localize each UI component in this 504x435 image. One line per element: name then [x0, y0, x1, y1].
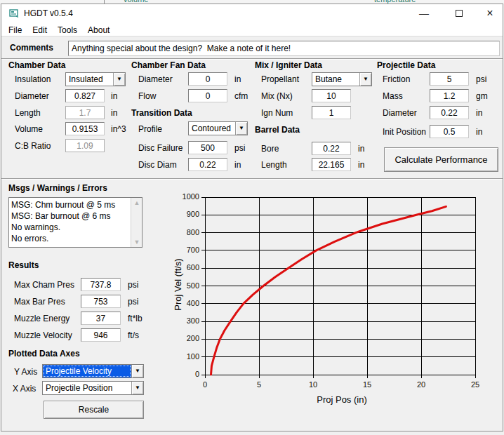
label-chamber-length: Length: [15, 108, 41, 118]
y-tick-label: 0: [171, 370, 199, 378]
chevron-down-icon: ▼: [117, 76, 122, 82]
window-title: HGDT v0.5.4: [24, 8, 73, 18]
comments-input[interactable]: [68, 41, 500, 56]
y-tick-label: 800: [171, 228, 199, 236]
x-tick-label: 20: [411, 380, 432, 389]
chevron-down-icon: ▼: [363, 76, 369, 82]
fan-diameter-input[interactable]: [188, 72, 227, 86]
unit-max-bar-pres: psi: [128, 297, 138, 307]
disc-diam-input[interactable]: [188, 158, 227, 171]
rescale-button[interactable]: Rescale: [44, 401, 144, 419]
y-axis-dropdown-button[interactable]: ▼: [131, 365, 143, 377]
maximize-button[interactable]: [456, 10, 463, 17]
label-x-axis: X Axis: [13, 384, 36, 394]
label-insulation: Insulation: [15, 74, 51, 84]
chevron-down-icon: ▼: [135, 385, 140, 391]
label-proj-diameter: Diameter: [383, 108, 417, 118]
divider: [1, 178, 503, 180]
insulation-dropdown-button[interactable]: ▼: [113, 73, 125, 86]
disc-failure-input[interactable]: [188, 141, 227, 154]
chamber-volume-input[interactable]: [65, 122, 105, 135]
unit-mass: gm: [476, 91, 488, 101]
chamber-diameter-input[interactable]: [65, 89, 105, 102]
messages-listbox[interactable]: MSG: Chm burnout @ 5 ms MSG: Bar burnout…: [8, 197, 142, 248]
insulation-select[interactable]: Insulated ▼: [65, 72, 126, 86]
unit-chamber-length: in: [111, 108, 117, 118]
comments-label: Comments: [10, 43, 53, 53]
y-axis-select[interactable]: Projectile Velocity ▼: [42, 364, 144, 378]
unit-max-cham-pres: psi: [128, 280, 138, 290]
profile-dropdown-button[interactable]: ▼: [235, 122, 247, 135]
label-mass: Mass: [383, 91, 403, 101]
mix-nx-input[interactable]: [312, 89, 351, 102]
calculate-performance-button[interactable]: Calculate Performance: [384, 147, 498, 172]
unit-fan-diameter: in: [234, 74, 241, 84]
y-tick-label: 700: [171, 246, 199, 254]
label-ign-num: Ign Num: [261, 108, 293, 118]
messages-scrollbar[interactable]: ▲ ▼: [131, 198, 142, 247]
unit-chamber-volume: in^3: [111, 124, 126, 134]
propellant-dropdown-button[interactable]: ▼: [359, 73, 371, 86]
scroll-down-icon[interactable]: ▼: [131, 237, 142, 247]
y-tick-label: 300: [171, 316, 199, 325]
insulation-value: Insulated: [66, 73, 113, 86]
section-title-mix: Mix / Igniter Data: [255, 60, 322, 70]
fan-flow-input[interactable]: [188, 89, 227, 102]
unit-muzzle-energy: ft*lb: [128, 314, 142, 323]
unit-disc-diam: in: [234, 160, 241, 170]
y-tick-label: 600: [171, 263, 199, 272]
label-barrel-length: Length: [261, 160, 287, 170]
velocity-curve: [211, 206, 446, 375]
x-axis-value: Projectile Position: [43, 382, 131, 394]
menu-edit[interactable]: Edit: [32, 25, 47, 35]
label-init-position: Init Position: [383, 127, 426, 137]
label-max-cham-pres: Max Cham Pres: [14, 280, 74, 290]
label-max-bar-pres: Max Bar Pres: [14, 297, 65, 307]
chevron-down-icon: ▼: [135, 368, 140, 374]
propellant-select[interactable]: Butane ▼: [312, 72, 372, 86]
y-tick-label: 1000: [171, 192, 199, 201]
scroll-up-icon[interactable]: ▲: [131, 198, 142, 208]
label-muzzle-velocity: Muzzle Velocity: [14, 330, 72, 340]
menu-file[interactable]: File: [8, 25, 22, 35]
profile-select[interactable]: Contoured ▼: [188, 121, 248, 135]
section-title-projectile: Projectile Data: [377, 60, 435, 70]
y-tick-label: 200: [171, 334, 199, 342]
unit-muzzle-velocity: ft/s: [128, 330, 139, 340]
bore-input[interactable]: [312, 142, 351, 155]
x-tick-label: 5: [248, 380, 270, 389]
muzzle-energy-output: [81, 312, 121, 325]
section-title-barrel: Barrel Data: [255, 125, 300, 135]
close-button[interactable]: ×: [480, 7, 500, 20]
y-tick-label: 900: [171, 210, 199, 218]
label-profile: Profile: [138, 124, 162, 134]
minimize-button[interactable]: —: [414, 7, 434, 20]
muzzle-velocity-output: [81, 328, 121, 342]
unit-init-position: in: [476, 127, 482, 137]
x-axis-select[interactable]: Projectile Position ▼: [42, 381, 144, 395]
propellant-value: Butane: [312, 73, 359, 86]
x-tick-label: 10: [303, 380, 324, 389]
profile-value: Contoured: [189, 122, 235, 135]
section-title-fan: Chamber Fan Data: [131, 60, 206, 70]
divider: [1, 58, 503, 60]
velocity-position-chart: [205, 197, 475, 375]
menu-tools[interactable]: Tools: [58, 25, 77, 35]
label-disc-failure: Disc Failure: [138, 143, 183, 153]
label-chamber-diameter: Diameter: [15, 91, 49, 101]
chamber-length-input: [65, 106, 105, 119]
y-tick-label: 400: [171, 299, 199, 307]
max-cham-pres-output: [81, 278, 121, 291]
cb-ratio-input: [65, 139, 105, 152]
init-position-input[interactable]: [430, 125, 469, 138]
app-icon: [9, 8, 19, 18]
x-axis-dropdown-button[interactable]: ▼: [131, 382, 143, 394]
proj-diameter-input[interactable]: [430, 106, 469, 119]
label-disc-diam: Disc Diam: [138, 160, 177, 170]
barrel-length-input[interactable]: [312, 158, 351, 171]
chart-gridlines: [201, 197, 475, 378]
menu-about[interactable]: About: [88, 25, 110, 35]
friction-input[interactable]: [430, 72, 469, 86]
mass-input[interactable]: [430, 89, 469, 102]
ign-num-input[interactable]: [312, 106, 351, 119]
